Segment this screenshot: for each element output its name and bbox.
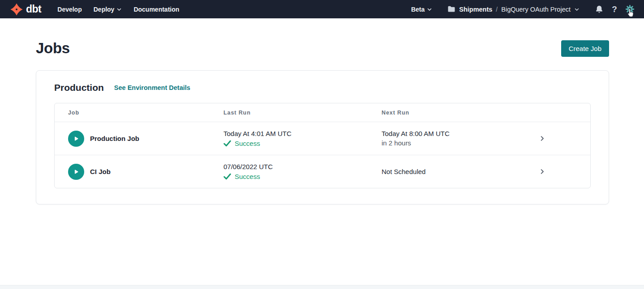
play-icon bbox=[73, 168, 80, 175]
column-header-next-run: Next Run bbox=[382, 110, 532, 116]
gear-icon bbox=[625, 4, 635, 14]
page-bottom-edge bbox=[0, 285, 644, 289]
job-name: Production Job bbox=[90, 135, 139, 142]
account-name: Shipments bbox=[459, 6, 492, 13]
see-environment-details-link[interactable]: See Environment Details bbox=[114, 84, 190, 91]
job-name: CI Job bbox=[90, 168, 111, 175]
column-header-job: Job bbox=[55, 110, 223, 116]
notifications-button[interactable] bbox=[593, 3, 605, 16]
next-run-time: Today At 8:00 AM UTC bbox=[382, 129, 527, 138]
dbt-logo-icon bbox=[10, 3, 23, 16]
breadcrumb-separator: / bbox=[496, 6, 498, 13]
nav-link-documentation[interactable]: Documentation bbox=[133, 6, 179, 13]
chevron-right-icon[interactable] bbox=[539, 168, 545, 175]
nav-link-develop[interactable]: Develop bbox=[57, 6, 82, 13]
next-run-cell: Today At 8:00 AM UTC in 2 hours bbox=[382, 129, 532, 148]
jobs-table: Job Last Run Next Run Production Job Tod… bbox=[54, 103, 591, 188]
jobs-table-header: Job Last Run Next Run bbox=[55, 103, 590, 122]
next-run-cell: Not Scheduled bbox=[382, 167, 532, 176]
chevron-down-icon bbox=[574, 7, 580, 12]
nav-link-deploy[interactable]: Deploy bbox=[94, 6, 122, 13]
project-name: BigQuery OAuth Project bbox=[501, 6, 571, 13]
next-run-time: Not Scheduled bbox=[382, 167, 527, 176]
help-icon: ? bbox=[612, 4, 617, 14]
table-row-ci-job[interactable]: CI Job 07/06/2022 UTC Success Not Schedu… bbox=[55, 155, 590, 188]
check-icon bbox=[223, 140, 231, 147]
chevron-down-icon bbox=[427, 7, 432, 12]
play-icon bbox=[73, 135, 80, 142]
page-title: Jobs bbox=[36, 40, 70, 57]
dbt-logo[interactable]: dbt bbox=[10, 3, 41, 16]
table-row-production-job[interactable]: Production Job Today At 4:01 AM UTC Succ… bbox=[55, 122, 590, 155]
bell-icon bbox=[595, 5, 603, 14]
next-run-note: in 2 hours bbox=[382, 139, 527, 148]
top-navbar: dbt Develop Deploy Documentation Beta bbox=[0, 0, 644, 18]
chevron-right-icon[interactable] bbox=[539, 135, 545, 142]
column-header-last-run: Last Run bbox=[223, 110, 382, 116]
run-job-button[interactable] bbox=[68, 164, 84, 180]
run-job-button[interactable] bbox=[68, 131, 84, 147]
project-switcher[interactable]: Shipments / BigQuery OAuth Project bbox=[447, 6, 580, 13]
beta-dropdown[interactable]: Beta bbox=[411, 6, 432, 13]
dbt-logo-text: dbt bbox=[26, 3, 41, 15]
last-run-time: Today At 4:01 AM UTC bbox=[223, 129, 376, 138]
help-button[interactable]: ? bbox=[608, 3, 621, 16]
chevron-down-icon bbox=[116, 7, 122, 12]
folder-icon bbox=[447, 6, 455, 13]
environment-name: Production bbox=[54, 82, 104, 93]
create-job-button[interactable]: Create Job bbox=[561, 40, 609, 57]
last-run-cell: Today At 4:01 AM UTC Success bbox=[223, 129, 382, 148]
last-run-cell: 07/06/2022 UTC Success bbox=[223, 162, 382, 181]
page-header: Jobs Create Job bbox=[0, 18, 644, 57]
status-badge: Success bbox=[235, 172, 260, 181]
environment-card: Production See Environment Details Job L… bbox=[36, 70, 609, 204]
check-icon bbox=[223, 173, 231, 180]
environment-header: Production See Environment Details bbox=[54, 82, 591, 93]
settings-button[interactable] bbox=[623, 3, 636, 16]
status-badge: Success bbox=[235, 139, 260, 148]
last-run-time: 07/06/2022 UTC bbox=[223, 162, 376, 171]
